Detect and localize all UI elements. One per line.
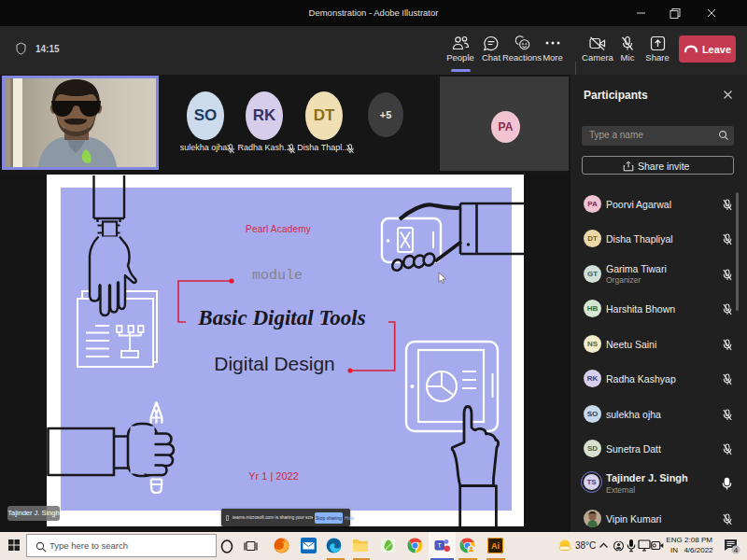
svg-text:4: 4 (734, 546, 739, 554)
svg-text:Ai: Ai (491, 541, 500, 551)
svg-text:T: T (438, 542, 443, 549)
